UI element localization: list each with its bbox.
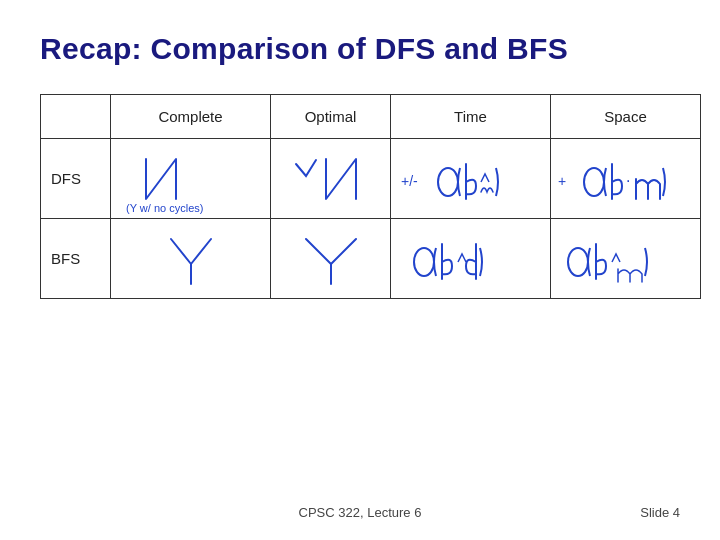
svg-text:(Y w/ no cycles): (Y w/ no cycles) (126, 202, 203, 214)
row-label-dfs: DFS (41, 139, 111, 219)
svg-point-4 (584, 168, 604, 196)
slide: Recap: Comparison of DFS and BFS Complet… (0, 0, 720, 540)
bfs-space-cell (551, 219, 701, 299)
header-time: Time (391, 95, 551, 139)
svg-point-2 (438, 168, 458, 196)
dfs-time-cell: +/- (391, 139, 551, 219)
dfs-space-cell: + · (551, 139, 701, 219)
dfs-complete-cell: (Y w/ no cycles) (111, 139, 271, 219)
header-empty (41, 95, 111, 139)
footer-lecture: CPSC 322, Lecture 6 (299, 505, 422, 520)
comparison-table: Complete Optimal Time Space DFS (40, 94, 701, 299)
page-title: Recap: Comparison of DFS and BFS (40, 32, 680, 66)
svg-text:+: + (558, 173, 566, 189)
bfs-complete-cell (111, 219, 271, 299)
bfs-time-cell (391, 219, 551, 299)
svg-text:·: · (626, 172, 630, 189)
svg-point-6 (414, 248, 434, 276)
table-row-bfs: BFS (41, 219, 701, 299)
table-row-dfs: DFS (Y w/ no cycles) (41, 139, 701, 219)
header-optimal: Optimal (271, 95, 391, 139)
bfs-optimal-cell (271, 219, 391, 299)
row-label-bfs: BFS (41, 219, 111, 299)
footer-slide: Slide 4 (640, 505, 680, 520)
dfs-optimal-cell (271, 139, 391, 219)
header-complete: Complete (111, 95, 271, 139)
header-space: Space (551, 95, 701, 139)
svg-point-7 (568, 248, 588, 276)
footer: CPSC 322, Lecture 6 Slide 4 (40, 487, 680, 520)
svg-text:+/-: +/- (401, 173, 418, 189)
comparison-table-wrapper: Complete Optimal Time Space DFS (40, 94, 680, 487)
